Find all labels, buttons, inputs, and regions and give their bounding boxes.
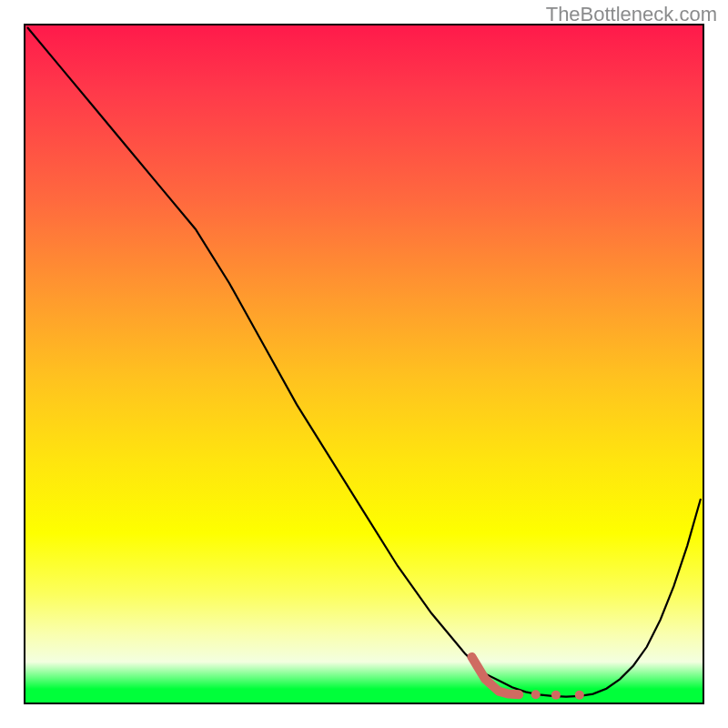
bottleneck-curve (27, 27, 701, 697)
optimum-highlight (471, 657, 519, 694)
plot-overlay-svg (24, 24, 704, 704)
optimum-dot (551, 691, 561, 700)
chart-container: TheBottleneck.com (0, 0, 728, 728)
optimum-dot (531, 690, 541, 699)
optimum-dots (531, 690, 584, 699)
optimum-dot (575, 691, 584, 700)
plot-area (24, 24, 704, 704)
